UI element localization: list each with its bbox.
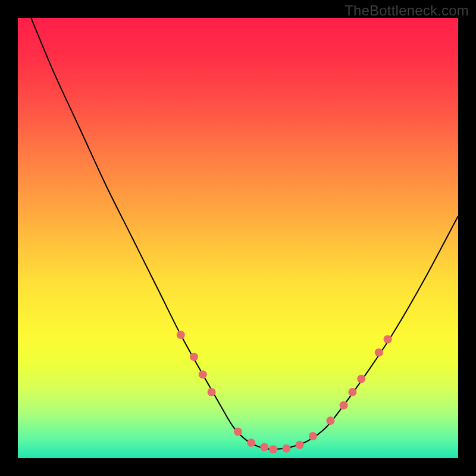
data-marker [309,432,317,440]
chart-svg [18,18,458,458]
data-marker [384,335,392,343]
data-marker [234,428,242,436]
data-marker [177,331,185,339]
bottleneck-curve [31,18,458,449]
data-marker [269,445,277,453]
data-marker [199,370,207,378]
data-marker [348,388,356,396]
watermark-text: TheBottleneck.com [345,2,469,19]
data-marker [190,353,198,361]
data-marker [208,388,216,396]
data-marker [326,416,334,425]
data-marker [296,441,304,449]
data-marker [340,401,348,409]
data-marker [357,375,365,383]
data-marker [282,444,290,453]
chart-frame: TheBottleneck.com [0,0,476,476]
data-marker [375,348,383,356]
data-marker [247,439,255,447]
marker-group [177,331,392,453]
data-marker [260,443,268,452]
